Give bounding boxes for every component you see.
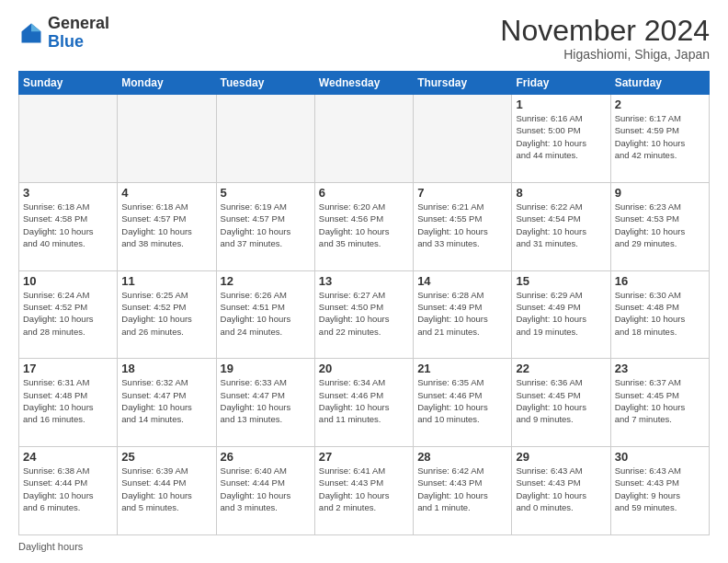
logo-text: General Blue (48, 15, 109, 52)
day-info: Sunrise: 6:18 AM Sunset: 4:58 PM Dayligh… (23, 201, 113, 249)
logo-blue: Blue (48, 32, 84, 51)
calendar-week-row: 10Sunrise: 6:24 AM Sunset: 4:52 PM Dayli… (19, 270, 710, 359)
weekday-header-tuesday: Tuesday (216, 72, 314, 95)
calendar-cell: 11Sunrise: 6:25 AM Sunset: 4:52 PM Dayli… (118, 270, 216, 359)
day-number: 24 (23, 450, 113, 464)
day-number: 11 (121, 274, 211, 288)
page-subtitle: Higashiomi, Shiga, Japan (500, 47, 710, 62)
day-info: Sunrise: 6:30 AM Sunset: 4:48 PM Dayligh… (615, 289, 705, 338)
day-info: Sunrise: 6:38 AM Sunset: 4:44 PM Dayligh… (23, 465, 113, 513)
day-number: 8 (516, 186, 606, 200)
day-info: Sunrise: 6:18 AM Sunset: 4:57 PM Dayligh… (121, 201, 211, 249)
calendar-cell (414, 95, 512, 183)
day-number: 20 (319, 362, 409, 375)
calendar-cell: 13Sunrise: 6:27 AM Sunset: 4:50 PM Dayli… (314, 270, 413, 359)
day-number: 28 (417, 450, 507, 464)
calendar-cell: 1Sunrise: 6:16 AM Sunset: 5:00 PM Daylig… (512, 95, 610, 183)
day-info: Sunrise: 6:41 AM Sunset: 4:43 PM Dayligh… (319, 465, 409, 513)
day-info: Sunrise: 6:37 AM Sunset: 4:45 PM Dayligh… (615, 376, 705, 425)
calendar-cell: 27Sunrise: 6:41 AM Sunset: 4:43 PM Dayli… (314, 447, 413, 535)
day-info: Sunrise: 6:27 AM Sunset: 4:50 PM Dayligh… (319, 289, 409, 338)
calendar-cell: 5Sunrise: 6:19 AM Sunset: 4:57 PM Daylig… (216, 182, 314, 270)
day-info: Sunrise: 6:24 AM Sunset: 4:52 PM Dayligh… (23, 289, 113, 338)
calendar-cell: 24Sunrise: 6:38 AM Sunset: 4:44 PM Dayli… (19, 447, 118, 535)
calendar-cell: 21Sunrise: 6:35 AM Sunset: 4:46 PM Dayli… (414, 359, 512, 447)
day-info: Sunrise: 6:33 AM Sunset: 4:47 PM Dayligh… (221, 376, 311, 425)
day-number: 30 (615, 450, 705, 464)
day-number: 18 (121, 362, 211, 375)
calendar-cell: 14Sunrise: 6:28 AM Sunset: 4:49 PM Dayli… (414, 270, 512, 359)
day-info: Sunrise: 6:21 AM Sunset: 4:55 PM Dayligh… (417, 201, 507, 249)
day-number: 9 (615, 186, 705, 200)
header: General Blue November 2024 Higashiomi, S… (18, 15, 710, 62)
calendar-cell: 28Sunrise: 6:42 AM Sunset: 4:43 PM Dayli… (414, 447, 512, 535)
day-info: Sunrise: 6:35 AM Sunset: 4:46 PM Dayligh… (417, 376, 507, 425)
day-number: 25 (121, 450, 211, 464)
calendar-week-row: 1Sunrise: 6:16 AM Sunset: 5:00 PM Daylig… (19, 95, 710, 183)
day-info: Sunrise: 6:17 AM Sunset: 4:59 PM Dayligh… (615, 112, 705, 161)
day-number: 13 (319, 274, 409, 288)
day-number: 15 (516, 274, 606, 288)
calendar-cell: 22Sunrise: 6:36 AM Sunset: 4:45 PM Dayli… (512, 359, 610, 447)
calendar-cell: 7Sunrise: 6:21 AM Sunset: 4:55 PM Daylig… (414, 182, 512, 270)
day-number: 7 (417, 186, 507, 200)
day-number: 4 (121, 186, 211, 200)
day-info: Sunrise: 6:29 AM Sunset: 4:49 PM Dayligh… (516, 289, 606, 338)
day-info: Sunrise: 6:31 AM Sunset: 4:48 PM Dayligh… (23, 376, 113, 425)
day-number: 27 (319, 450, 409, 464)
weekday-header-friday: Friday (512, 72, 610, 95)
day-info: Sunrise: 6:32 AM Sunset: 4:47 PM Dayligh… (121, 376, 211, 425)
day-info: Sunrise: 6:25 AM Sunset: 4:52 PM Dayligh… (121, 289, 211, 338)
day-info: Sunrise: 6:26 AM Sunset: 4:51 PM Dayligh… (221, 289, 311, 338)
day-number: 12 (221, 274, 311, 288)
calendar-cell: 8Sunrise: 6:22 AM Sunset: 4:54 PM Daylig… (512, 182, 610, 270)
calendar-cell: 3Sunrise: 6:18 AM Sunset: 4:58 PM Daylig… (19, 182, 118, 270)
weekday-header-thursday: Thursday (414, 72, 512, 95)
calendar-cell (118, 95, 216, 183)
day-number: 3 (23, 186, 113, 200)
day-info: Sunrise: 6:43 AM Sunset: 4:43 PM Dayligh… (615, 465, 705, 513)
day-info: Sunrise: 6:16 AM Sunset: 5:00 PM Dayligh… (516, 112, 606, 161)
calendar-cell: 9Sunrise: 6:23 AM Sunset: 4:53 PM Daylig… (610, 182, 709, 270)
day-number: 23 (615, 362, 705, 375)
day-number: 21 (417, 362, 507, 375)
calendar-header-row: SundayMondayTuesdayWednesdayThursdayFrid… (19, 72, 710, 95)
day-info: Sunrise: 6:42 AM Sunset: 4:43 PM Dayligh… (417, 465, 507, 513)
calendar-cell: 29Sunrise: 6:43 AM Sunset: 4:43 PM Dayli… (512, 447, 610, 535)
page-title: November 2024 (500, 15, 710, 47)
day-number: 29 (516, 450, 606, 464)
calendar-week-row: 3Sunrise: 6:18 AM Sunset: 4:58 PM Daylig… (19, 182, 710, 270)
calendar-cell: 15Sunrise: 6:29 AM Sunset: 4:49 PM Dayli… (512, 270, 610, 359)
calendar-week-row: 24Sunrise: 6:38 AM Sunset: 4:44 PM Dayli… (19, 447, 710, 535)
day-number: 14 (417, 274, 507, 288)
page: General Blue November 2024 Higashiomi, S… (0, 0, 728, 563)
day-number: 2 (615, 98, 705, 111)
calendar-cell: 30Sunrise: 6:43 AM Sunset: 4:43 PM Dayli… (610, 447, 709, 535)
calendar-cell: 10Sunrise: 6:24 AM Sunset: 4:52 PM Dayli… (19, 270, 118, 359)
logo-icon (18, 20, 44, 46)
weekday-header-wednesday: Wednesday (314, 72, 413, 95)
day-number: 26 (221, 450, 311, 464)
calendar-cell: 17Sunrise: 6:31 AM Sunset: 4:48 PM Dayli… (19, 359, 118, 447)
calendar-cell: 25Sunrise: 6:39 AM Sunset: 4:44 PM Dayli… (118, 447, 216, 535)
calendar-cell (216, 95, 314, 183)
day-info: Sunrise: 6:23 AM Sunset: 4:53 PM Dayligh… (615, 201, 705, 249)
day-info: Sunrise: 6:19 AM Sunset: 4:57 PM Dayligh… (221, 201, 311, 249)
day-info: Sunrise: 6:20 AM Sunset: 4:56 PM Dayligh… (319, 201, 409, 249)
calendar-cell (19, 95, 118, 183)
svg-marker-1 (31, 23, 41, 31)
day-number: 6 (319, 186, 409, 200)
day-number: 5 (221, 186, 311, 200)
calendar-cell: 2Sunrise: 6:17 AM Sunset: 4:59 PM Daylig… (610, 95, 709, 183)
calendar-cell: 16Sunrise: 6:30 AM Sunset: 4:48 PM Dayli… (610, 270, 709, 359)
logo-general: General (48, 14, 109, 32)
day-info: Sunrise: 6:39 AM Sunset: 4:44 PM Dayligh… (121, 465, 211, 513)
weekday-header-sunday: Sunday (19, 72, 118, 95)
day-number: 16 (615, 274, 705, 288)
day-info: Sunrise: 6:22 AM Sunset: 4:54 PM Dayligh… (516, 201, 606, 249)
day-info: Sunrise: 6:34 AM Sunset: 4:46 PM Dayligh… (319, 376, 409, 425)
title-block: November 2024 Higashiomi, Shiga, Japan (500, 15, 710, 62)
calendar-cell: 18Sunrise: 6:32 AM Sunset: 4:47 PM Dayli… (118, 359, 216, 447)
day-number: 17 (23, 362, 113, 375)
footer-note: Daylight hours (18, 541, 710, 552)
